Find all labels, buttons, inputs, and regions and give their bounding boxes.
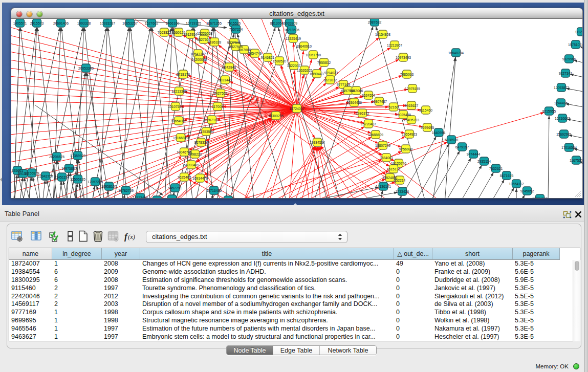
graph-edge xyxy=(432,57,455,199)
graph-node-label: 252214 xyxy=(394,179,406,182)
node-attribute-table[interactable]: namein_degreeyeartitle△ out_de...shortpa… xyxy=(9,248,580,341)
scrollbar-thumb[interactable] xyxy=(575,261,579,271)
graph-node-label: 18807249 xyxy=(375,144,390,147)
column-header-short[interactable]: short xyxy=(432,248,513,260)
graph-node-label: 7625402 xyxy=(178,176,191,179)
edge-arrowhead xyxy=(515,188,517,192)
table-row[interactable]: 1938455462009Genome-wide association stu… xyxy=(9,268,573,276)
cell-title: Genome-wide association studies in ADHD. xyxy=(140,268,391,276)
edge-arrowhead xyxy=(188,179,192,182)
graph-node-label: 12213967 xyxy=(387,43,402,47)
cell-title: Embryonic stem cells: a model to study s… xyxy=(140,333,391,341)
graph-node-label: 9699695 xyxy=(421,126,434,129)
table-selector-value: citations_edges.txt xyxy=(152,231,207,243)
column-visibility-icon[interactable] xyxy=(31,230,42,242)
edge-arrowhead xyxy=(457,151,460,155)
svg-text:(x): (x) xyxy=(128,233,135,240)
cell-year: 2003 xyxy=(102,300,137,309)
selection-mode-icon[interactable] xyxy=(49,230,60,242)
table-row[interactable]: 911546021997Tourette syndrome. Phenomeno… xyxy=(9,285,573,293)
graph-node-label: 10719155 xyxy=(186,21,201,25)
tab-node-table[interactable]: Node Table xyxy=(227,346,273,355)
graph-node-label: 1588520 xyxy=(273,59,287,63)
cell-in_degree: 2 xyxy=(52,300,99,309)
graph-node-label: 12323466 xyxy=(133,196,148,199)
graph-node-label: 4498222 xyxy=(188,152,202,156)
graph-node-label: 14136141 xyxy=(376,185,391,188)
cell-year: 2008 xyxy=(102,260,137,268)
network-graph-canvas[interactable]: 1405571201557320691406109332810933287106… xyxy=(11,19,583,199)
column-header-in_degree[interactable]: in_degree xyxy=(52,248,102,260)
window-titlebar[interactable]: citations_edges.txt xyxy=(11,8,583,19)
edge-arrowhead xyxy=(60,181,62,185)
cell-name: 22420046 xyxy=(9,293,49,301)
window-resize-grip[interactable] xyxy=(575,190,581,197)
column-header-title[interactable]: title xyxy=(140,248,394,260)
delete-columns-icon[interactable] xyxy=(92,230,104,242)
row-height-icon[interactable] xyxy=(64,230,76,242)
edge-arrowhead xyxy=(43,180,46,184)
graph-edge xyxy=(11,108,297,125)
table-row[interactable]: 2242004622012Investigating the contribut… xyxy=(9,293,573,301)
graph-edge xyxy=(175,119,272,199)
column-header-out_de[interactable]: △ out_de... xyxy=(394,248,432,260)
graph-node-label: 7986372 xyxy=(356,112,369,115)
graph-node-label: 15716485 xyxy=(206,189,222,192)
graph-node-label: 13226058 xyxy=(197,32,212,35)
graph-node-label: 10543382 xyxy=(190,52,206,56)
tab-edge-table[interactable]: Edge Table xyxy=(273,346,320,355)
table-vertical-scrollbar[interactable] xyxy=(573,260,580,341)
table-row[interactable]: 946554611997Estimation of the future num… xyxy=(9,325,573,333)
graph-node-label: 10874652 xyxy=(532,197,548,199)
table-row[interactable]: 1830029562008Estimation of significance … xyxy=(9,276,573,285)
cell-pagerank: 5.5E-5 xyxy=(513,293,557,301)
cell-in_degree: 1 xyxy=(52,317,99,325)
graph-node-label: 2087682 xyxy=(368,20,382,24)
table-options-icon[interactable] xyxy=(11,230,23,242)
edge-arrowhead xyxy=(375,147,379,150)
cell-name: 9777169 xyxy=(9,309,49,317)
table-selector-dropdown[interactable]: citations_edges.txt xyxy=(146,231,347,243)
graph-node-label: 16782759 xyxy=(118,189,134,192)
left-split-pane-nub[interactable] xyxy=(0,178,2,182)
close-panel-icon[interactable] xyxy=(575,211,582,218)
graph-node-label: 1244415 xyxy=(554,101,568,105)
cell-title: Corpus callosum shape and size in male p… xyxy=(140,309,391,317)
network-graph[interactable]: 1405571201557320691406109332810933287106… xyxy=(11,19,583,199)
graph-node-label: 17016504 xyxy=(561,146,577,149)
graph-node-label: 9245652 xyxy=(520,189,534,193)
table-row[interactable]: 946362711997Embryonic stem cells: a mode… xyxy=(9,333,573,341)
table-row[interactable]: 1872400712008Changes of HCN gene express… xyxy=(9,260,573,268)
tab-network-table[interactable]: Network Table xyxy=(320,346,376,355)
edge-arrowhead xyxy=(376,27,378,30)
table-row[interactable]: 977716911998Corpus callosum shape and si… xyxy=(9,309,573,317)
cell-out_de: 0 xyxy=(394,325,429,333)
cell-name: 9463627 xyxy=(9,333,49,341)
column-header-pagerank[interactable]: pagerank xyxy=(513,248,560,260)
cell-out_de: 0 xyxy=(394,293,429,301)
cell-out_de: 0 xyxy=(394,300,429,309)
column-header-year[interactable]: year xyxy=(102,248,140,260)
edge-arrowhead xyxy=(46,180,49,184)
cell-out_de: 0 xyxy=(394,268,429,276)
graph-node-label: 1527602 xyxy=(145,21,159,25)
graph-node-label: 1615132 xyxy=(387,167,401,171)
graph-node-label: 10264379 xyxy=(164,198,180,199)
table-row[interactable]: 1456911722003Disruption of a novel membe… xyxy=(9,300,573,309)
graph-node-teal[interactable] xyxy=(153,196,162,199)
graph-node-teal[interactable] xyxy=(224,196,233,199)
edge-arrowhead xyxy=(273,28,275,31)
function-builder-icon[interactable]: f (x) xyxy=(124,230,138,242)
edge-arrowhead xyxy=(511,188,514,191)
float-panel-icon[interactable] xyxy=(563,211,572,218)
graph-node-label: 18724007 xyxy=(289,107,304,111)
edge-arrowhead xyxy=(491,172,494,176)
graph-node-label: 16210643 xyxy=(555,117,570,120)
cell-name: 18300295 xyxy=(9,276,49,285)
network-view-window[interactable]: citations_edges.txt 14055712015573206914… xyxy=(11,8,583,199)
graph-node-label: 62160 xyxy=(389,105,399,109)
column-header-name[interactable]: name xyxy=(9,248,52,260)
new-column-icon[interactable] xyxy=(77,230,89,242)
edge-arrowhead xyxy=(446,144,449,147)
table-row[interactable]: 969969511998Structural magnetic resonanc… xyxy=(9,317,573,325)
